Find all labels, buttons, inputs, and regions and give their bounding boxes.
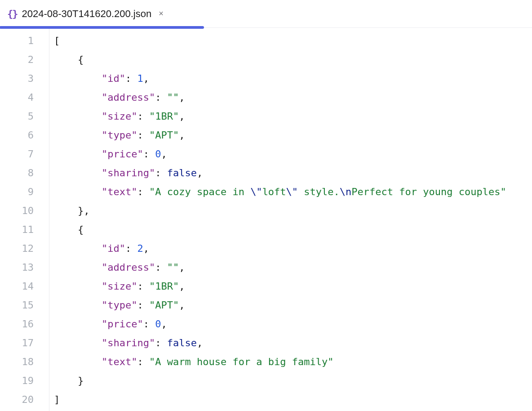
code-content[interactable]: [ { "id": 1, "address": "", "size": "1BR… [49, 28, 532, 411]
code-line[interactable]: "id": 2, [54, 239, 532, 258]
line-number: 12 [0, 239, 34, 258]
line-number: 2 [0, 50, 34, 69]
code-line[interactable]: "price": 0, [54, 315, 532, 334]
line-number: 3 [0, 69, 34, 88]
code-line[interactable]: { [54, 50, 532, 69]
json-file-icon: {} [7, 8, 18, 19]
line-number: 20 [0, 390, 34, 409]
line-number: 10 [0, 201, 34, 220]
tab-bar: {} 2024-08-30T141620.200.json × [0, 0, 532, 28]
code-line[interactable]: "address": "", [54, 258, 532, 277]
code-line[interactable]: "address": "", [54, 88, 532, 107]
line-number: 15 [0, 296, 34, 315]
code-line[interactable]: "type": "APT", [54, 126, 532, 145]
code-line[interactable]: "sharing": false, [54, 334, 532, 353]
code-line[interactable]: { [54, 220, 532, 239]
code-line[interactable]: "type": "APT", [54, 296, 532, 315]
line-number: 1 [0, 31, 34, 50]
code-line[interactable]: "text": "A warm house for a big family" [54, 353, 532, 371]
code-line[interactable]: } [54, 371, 532, 390]
line-number: 19 [0, 371, 34, 390]
code-line[interactable]: "size": "1BR", [54, 107, 532, 126]
close-icon[interactable]: × [159, 9, 164, 18]
line-number: 16 [0, 315, 34, 334]
line-number: 17 [0, 334, 34, 353]
line-number-gutter: 1234567891011121314151617181920 [0, 28, 49, 411]
line-number: 7 [0, 145, 34, 164]
line-number: 14 [0, 277, 34, 296]
line-number: 13 [0, 258, 34, 277]
code-line[interactable]: "id": 1, [54, 69, 532, 88]
tab-filename: 2024-08-30T141620.200.json [22, 8, 152, 20]
code-line[interactable]: ] [54, 390, 532, 409]
line-number: 4 [0, 88, 34, 107]
code-editor[interactable]: 1234567891011121314151617181920 [ { "id"… [0, 28, 532, 411]
line-number: 6 [0, 126, 34, 145]
code-line[interactable]: }, [54, 201, 532, 220]
active-tab-indicator [0, 26, 204, 29]
code-line[interactable]: [ [54, 31, 532, 50]
line-number: 8 [0, 164, 34, 183]
code-line[interactable]: "sharing": false, [54, 164, 532, 183]
line-number: 9 [0, 183, 34, 201]
code-line[interactable]: "price": 0, [54, 145, 532, 164]
code-line[interactable]: "text": "A cozy space in \"loft\" style.… [54, 183, 532, 201]
line-number: 11 [0, 220, 34, 239]
line-number: 18 [0, 353, 34, 371]
editor-tab[interactable]: {} 2024-08-30T141620.200.json × [0, 0, 171, 28]
line-number: 5 [0, 107, 34, 126]
code-line[interactable]: "size": "1BR", [54, 277, 532, 296]
